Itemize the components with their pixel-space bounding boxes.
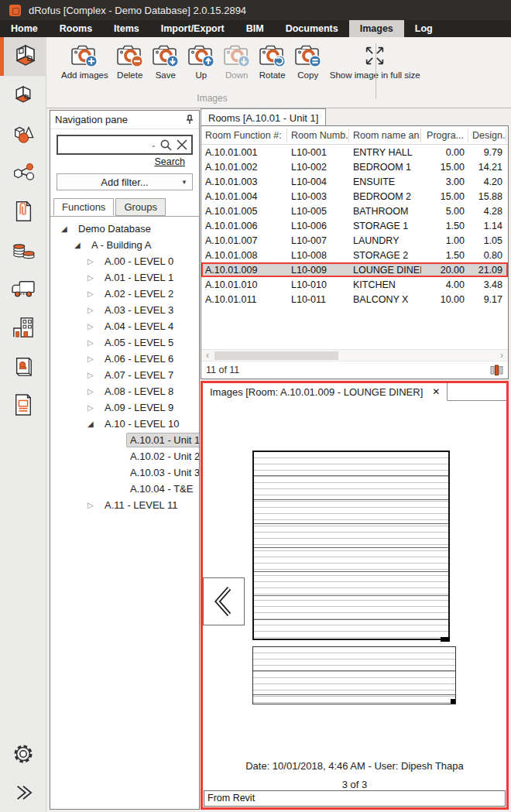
table-row[interactable]: A.10.01.007 L10-007 LAUNDRY 1.00 1.05: [201, 233, 508, 248]
column-header-room-number[interactable]: Room Numb...: [287, 128, 349, 142]
tab-groups[interactable]: Groups: [115, 198, 166, 216]
tree-item[interactable]: A.03 - LEVEL 3: [50, 302, 199, 318]
menu-item-bim[interactable]: BIM: [235, 20, 275, 37]
tree-expander-icon[interactable]: [87, 322, 101, 331]
cell-programmed: 15.00: [421, 191, 468, 202]
room-layout-icon[interactable]: [490, 365, 503, 376]
tree-expander-icon[interactable]: [61, 224, 74, 233]
cell-programmed: 0.00: [421, 147, 468, 158]
tree-expander-icon[interactable]: [87, 371, 101, 379]
tree-item[interactable]: A - Building A: [50, 237, 199, 253]
rooms-tab[interactable]: Rooms [A.10.01 - Unit 1]: [201, 108, 326, 126]
menu-item-items[interactable]: Items: [103, 20, 150, 37]
cell-room-function: A.10.01.002: [201, 162, 287, 173]
menu-item-home[interactable]: Home: [0, 20, 49, 37]
save-button[interactable]: Save: [148, 42, 183, 83]
sidebar-item-rooms[interactable]: [0, 37, 46, 76]
horizontal-scrollbar[interactable]: ‹ ›: [201, 349, 508, 361]
search-input[interactable]: [61, 139, 147, 150]
column-header-room-function[interactable]: Room Function #:: [201, 128, 287, 142]
copy-button[interactable]: Copy: [290, 42, 326, 83]
tree-expander-icon[interactable]: [87, 355, 101, 363]
tree-expander-icon[interactable]: [87, 420, 101, 428]
rooms-panel: Rooms [A.10.01 - Unit 1] Room Function #…: [201, 108, 509, 379]
tab-functions[interactable]: Functions: [53, 198, 114, 216]
scrollbar-thumb[interactable]: [214, 351, 338, 360]
tree-expander-icon[interactable]: [87, 306, 101, 314]
up-button[interactable]: Up: [183, 42, 219, 83]
column-header-designed[interactable]: Design...: [468, 128, 506, 142]
table-row[interactable]: A.10.01.001 L10-001 ENTRY HALL 0.00 9.79: [201, 145, 508, 159]
sidebar-item-rooms-alt[interactable]: [0, 76, 46, 115]
search-icon[interactable]: [159, 139, 173, 152]
column-header-programmed[interactable]: Progra...: [421, 128, 468, 142]
menu-item-documents[interactable]: Documents: [275, 20, 349, 37]
clear-search-icon[interactable]: [176, 139, 188, 151]
sidebar-item-collapse[interactable]: [0, 773, 46, 812]
sidebar-item-reports[interactable]: [0, 385, 46, 424]
table-row[interactable]: A.10.01.008 L10-008 STORAGE 2 1.50 0.80: [201, 248, 508, 262]
table-row[interactable]: A.10.01.009 L10-009 LOUNGE DINER 20.00 2…: [201, 262, 508, 277]
tree-item[interactable]: A.08 - LEVEL 8: [50, 383, 199, 399]
menu-item-rooms[interactable]: Rooms: [49, 20, 103, 37]
scroll-right-icon[interactable]: ›: [496, 350, 508, 361]
sidebar-item-finance[interactable]: [0, 231, 46, 269]
tree-item[interactable]: A.06 - LEVEL 6: [50, 351, 199, 367]
table-row[interactable]: A.10.01.006 L10-006 STORAGE 1 1.50 1.14: [201, 218, 508, 233]
tree-item[interactable]: A.10.02 - Unit 2: [50, 448, 199, 464]
table-row[interactable]: A.10.01.011 L10-011 BALCONY X 10.00 9.17: [201, 292, 508, 307]
tree-item[interactable]: A.05 - LEVEL 5: [50, 334, 199, 351]
delete-button[interactable]: Delete: [112, 42, 148, 83]
sidebar-item-items[interactable]: [0, 115, 46, 153]
sidebar-item-settings[interactable]: [0, 735, 46, 773]
tree-item[interactable]: A.04 - LEVEL 4: [50, 318, 199, 334]
sidebar-item-logistics[interactable]: [0, 269, 46, 308]
tree-item[interactable]: Demo Database: [50, 221, 199, 237]
tree-expander-icon[interactable]: [87, 290, 101, 298]
tree-item[interactable]: A.07 - LEVEL 7: [50, 367, 199, 383]
search-link[interactable]: Search: [154, 156, 185, 167]
sidebar-item-catalog[interactable]: [0, 347, 46, 385]
rotate-button[interactable]: Rotate: [255, 42, 290, 83]
pin-icon[interactable]: [185, 115, 194, 125]
close-icon[interactable]: ✕: [432, 386, 440, 397]
tree-expander-icon[interactable]: [87, 273, 101, 282]
sidebar-item-buildings[interactable]: [0, 308, 46, 347]
tree-item[interactable]: A.10.01 - Unit 1: [50, 432, 199, 448]
drofus-logo-icon: [9, 5, 21, 16]
tree-item[interactable]: A.00 - LEVEL 0: [50, 253, 199, 269]
tree-item[interactable]: A.01 - LEVEL 1: [50, 269, 199, 286]
menu-item-images[interactable]: Images: [349, 20, 404, 37]
menu-item-import-export[interactable]: Import/Export: [150, 20, 235, 37]
tree-expander-icon[interactable]: [87, 387, 101, 396]
tree-item[interactable]: A.11 - LEVEL 11: [50, 497, 199, 513]
tree-expander-icon[interactable]: [74, 241, 87, 249]
table-row[interactable]: A.10.01.002 L10-002 BEDROOM 1 15.00 14.2…: [201, 159, 508, 174]
image-caption-field[interactable]: From Revit: [204, 790, 506, 807]
images-tab[interactable]: Images [Room: A.10.01.009 - LOUNGE DINER…: [203, 383, 448, 401]
menu-item-log[interactable]: Log: [404, 20, 444, 37]
tree-expander-icon[interactable]: [87, 257, 101, 266]
add-filter-dropdown[interactable]: Add filter... ▼: [57, 173, 193, 190]
sidebar-item-systems[interactable]: [0, 153, 46, 192]
tree-item[interactable]: A.10.03 - Unit 3: [50, 464, 199, 481]
tree-item[interactable]: A.09 - LEVEL 9: [50, 399, 199, 416]
table-row[interactable]: A.10.01.003 L10-004 ENSUITE 3.00 4.20: [201, 174, 508, 189]
add-images-button[interactable]: Add images: [57, 42, 112, 83]
column-header-room-name[interactable]: Room name an...: [349, 128, 421, 142]
tree-expander-icon[interactable]: [87, 338, 101, 347]
tree-item[interactable]: A.10.04 - T&E: [50, 481, 199, 497]
previous-image-button[interactable]: [203, 577, 245, 625]
table-row[interactable]: A.10.01.005 L10-005 BATHROOM 5.00 4.28: [201, 204, 508, 218]
table-row[interactable]: A.10.01.010 L10-010 KITCHEN 4.00 3.48: [201, 277, 508, 292]
search-box[interactable]: ⌄: [57, 135, 193, 155]
tree-item[interactable]: A.10 - LEVEL 10: [50, 416, 199, 432]
table-row[interactable]: A.10.01.004 L10-003 BEDROOM 2 15.00 15.8…: [201, 189, 508, 204]
sidebar-item-attachments[interactable]: [0, 192, 46, 231]
tree-item[interactable]: A.02 - LEVEL 2: [50, 286, 199, 302]
search-options-chevron-icon[interactable]: ⌄: [150, 141, 156, 149]
scroll-left-icon[interactable]: ‹: [201, 350, 214, 361]
tree-expander-icon[interactable]: [87, 403, 101, 412]
tree-expander-icon[interactable]: [87, 501, 101, 509]
cell-room-function: A.10.01.006: [201, 221, 287, 231]
